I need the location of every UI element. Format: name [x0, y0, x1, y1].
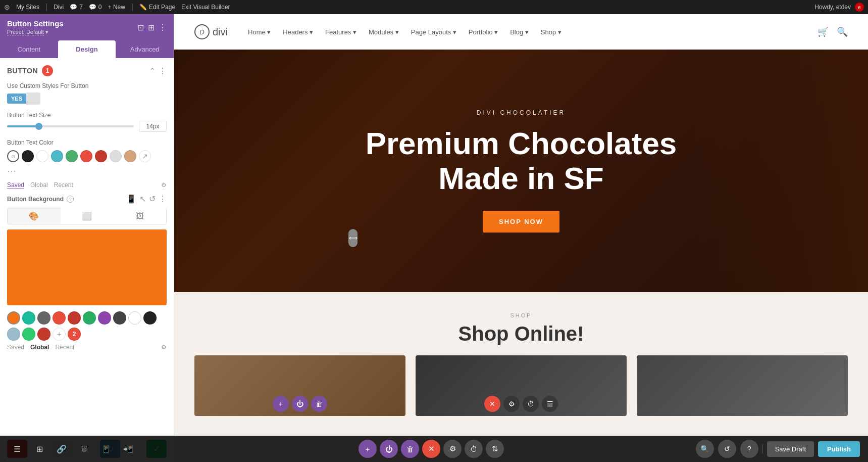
section-settings-icon[interactable]: ⚙ [443, 440, 462, 458]
wp-logo-icon[interactable]: ⊛ [4, 3, 10, 11]
bs-light-blue[interactable] [7, 328, 20, 341]
swatch-green[interactable] [66, 150, 78, 162]
bs-red3[interactable] [68, 311, 81, 325]
bct-saved[interactable]: Saved [7, 344, 24, 351]
exit-visual-builder-button[interactable]: Exit Visual Builder [181, 4, 230, 11]
bs-badge[interactable]: 2 [68, 328, 81, 341]
panel-window-icon[interactable]: ⊡ [137, 23, 144, 32]
section-collapse-icon[interactable]: ⌃ [149, 66, 156, 76]
more-swatches-dots[interactable]: ⋯ [7, 165, 16, 176]
bg-reset-icon[interactable]: ↺ [149, 194, 156, 204]
bg-help-icon[interactable]: ? [67, 196, 74, 203]
tab-design[interactable]: Design [58, 40, 116, 58]
section-menu-icon[interactable]: ⋮ [159, 66, 167, 76]
section-power-icon[interactable]: ⏻ [380, 440, 398, 458]
bct-recent[interactable]: Recent [55, 344, 74, 351]
card-2-gear-button[interactable]: ⚙ [503, 396, 520, 412]
card-delete-button[interactable]: 🗑 [311, 396, 327, 412]
bs-gray-dark[interactable] [37, 311, 50, 325]
edit-page-button[interactable]: ✏️ Edit Page [139, 4, 175, 11]
card-power-button[interactable]: ⏻ [292, 396, 308, 412]
card-2-close-button[interactable]: ✕ [484, 396, 500, 412]
bs-red2[interactable] [53, 311, 66, 325]
swatch-tan[interactable] [124, 150, 136, 162]
color-tab-global[interactable]: Global [30, 181, 48, 189]
bs-teal2[interactable] [83, 311, 96, 325]
divi-menu[interactable]: Divi [54, 4, 64, 11]
bs-white[interactable] [128, 311, 141, 325]
color-settings-icon[interactable]: ⚙ [161, 181, 167, 189]
comments-bubble[interactable]: 💬 0 [89, 4, 102, 11]
swatch-orange-red[interactable] [80, 150, 92, 162]
color-tab-recent[interactable]: Recent [54, 181, 73, 189]
new-item-button[interactable]: + New [108, 4, 125, 11]
bs-purple[interactable] [98, 311, 111, 325]
my-sites-menu[interactable]: My Sites [16, 4, 39, 11]
slider-thumb[interactable] [35, 123, 42, 130]
toolbar-refresh-button[interactable]: ↺ [718, 440, 736, 458]
publish-button[interactable]: Publish [818, 441, 860, 457]
section-delete-icon[interactable]: 🗑 [401, 440, 419, 458]
bct-settings[interactable]: ⚙ [161, 344, 167, 351]
color-tab-saved[interactable]: Saved [7, 181, 24, 189]
tab-advanced[interactable]: Advanced [116, 40, 174, 58]
toolbar-mobile-icon[interactable]: 📲 [119, 440, 137, 458]
bs-green2[interactable] [22, 328, 35, 341]
toggle-no[interactable] [26, 93, 40, 105]
swatch-teal[interactable] [51, 150, 63, 162]
custom-styles-toggle[interactable]: YES [7, 93, 167, 105]
card-2-bars-button[interactable]: ☰ [542, 396, 558, 412]
text-size-value[interactable]: 14px [139, 121, 167, 132]
section-arrange-icon[interactable]: ⇅ [486, 440, 504, 458]
hero-cta-button[interactable]: SHOP NOW [483, 211, 559, 233]
nav-page-layouts[interactable]: Page Layouts ▾ [411, 28, 456, 36]
text-size-slider[interactable] [7, 125, 134, 127]
panel-preset[interactable]: Preset: Default ▾ [7, 29, 64, 35]
swatch-white[interactable] [36, 150, 48, 162]
swatch-custom-color[interactable]: ↗ [139, 150, 151, 162]
toolbar-desktop-icon[interactable]: 🖥 [75, 440, 93, 458]
search-icon[interactable]: 🔍 [837, 26, 848, 37]
panel-columns-icon[interactable]: ⊞ [148, 23, 155, 32]
comments-counter[interactable]: 💬 7 [70, 4, 83, 11]
section-add-icon[interactable]: + [359, 440, 377, 458]
nav-blog[interactable]: Blog ▾ [510, 28, 529, 36]
toolbar-search-button[interactable]: 🔍 [696, 440, 714, 458]
nav-portfolio[interactable]: Portfolio ▾ [469, 28, 498, 36]
toggle-yes[interactable]: YES [7, 94, 26, 104]
bct-global[interactable]: Global [30, 344, 49, 351]
bg-tab-color[interactable]: 🎨 [8, 208, 61, 224]
swatch-light[interactable] [110, 150, 122, 162]
cart-icon[interactable]: 🛒 [818, 26, 829, 37]
swatch-custom-edit[interactable]: ⊘ [7, 150, 19, 162]
bs-teal[interactable] [22, 311, 35, 325]
nav-shop[interactable]: Shop ▾ [541, 28, 561, 36]
bg-tab-image[interactable]: 🖼 [113, 208, 166, 224]
toolbar-tablet-icon[interactable]: 📱 [97, 440, 115, 458]
card-add-button[interactable]: + [273, 396, 289, 412]
tab-content[interactable]: Content [0, 40, 58, 58]
toolbar-help-button[interactable]: ? [740, 440, 758, 458]
swatch-black[interactable] [22, 150, 34, 162]
card-2-clock-button[interactable]: ⏱ [523, 396, 539, 412]
toolbar-layout-icon[interactable]: ⊞ [30, 440, 48, 458]
bg-more-icon[interactable]: ⋮ [159, 194, 167, 204]
section-clock-icon[interactable]: ⏱ [465, 440, 483, 458]
user-avatar[interactable]: e [855, 3, 864, 12]
nav-home[interactable]: Home ▾ [248, 28, 271, 36]
bg-color-preview[interactable] [7, 229, 167, 305]
bs-red4[interactable] [37, 328, 50, 341]
toolbar-menu-icon[interactable]: ☰ [8, 440, 26, 458]
bg-tab-gradient[interactable]: ⬜ [61, 208, 114, 224]
add-color-button[interactable]: + [53, 328, 66, 341]
bg-cursor-icon[interactable]: ↖ [139, 194, 146, 204]
nav-modules[interactable]: Modules ▾ [369, 28, 399, 36]
bs-charcoal[interactable] [113, 311, 126, 325]
panel-more-icon[interactable]: ⋮ [159, 23, 167, 32]
nav-features[interactable]: Features ▾ [325, 28, 356, 36]
section-close-icon[interactable]: ✕ [422, 440, 440, 458]
save-draft-button[interactable]: Save Draft [767, 441, 814, 457]
toolbar-link-icon[interactable]: 🔗 [53, 440, 71, 458]
bs-dark[interactable] [143, 311, 157, 325]
panel-resize-handle[interactable]: ⟺ [348, 229, 358, 247]
